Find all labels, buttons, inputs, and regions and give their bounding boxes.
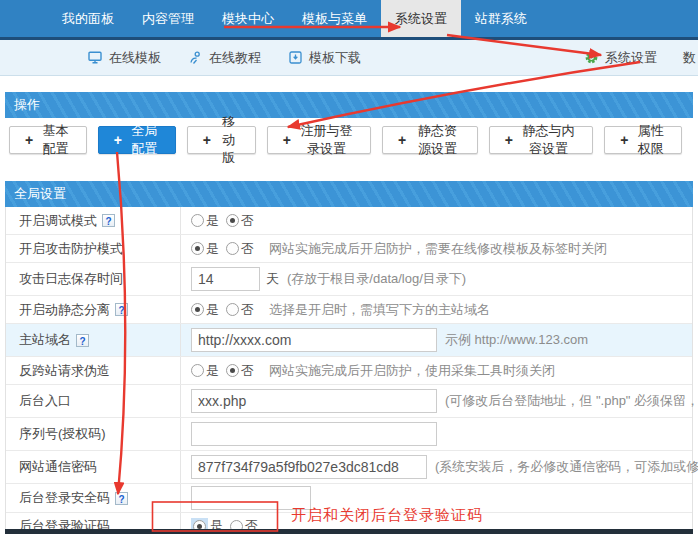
row-label-cell: 反跨站请求伪造 bbox=[6, 357, 181, 384]
static_separation-radio-yes[interactable] bbox=[191, 303, 204, 316]
plus-icon: + bbox=[114, 132, 122, 148]
debug_mode-radio-yes[interactable] bbox=[191, 214, 204, 227]
static-content-settings-button[interactable]: +静态与内容设置 bbox=[489, 126, 593, 154]
help-icon[interactable] bbox=[76, 334, 89, 347]
row-login_safecode: 后台登录安全码 bbox=[6, 484, 692, 513]
static-resource-settings-button[interactable]: +静态资源设置 bbox=[382, 126, 478, 154]
row-attack_log_days: 攻击日志保存时间天(存放于根目录/data/log/目录下) bbox=[6, 263, 692, 296]
attack_protection-radio-yes-label: 是 bbox=[206, 240, 219, 258]
row-note: (可修改后台登陆地址，但 ".php" 必须保留，如：xxx.php ) bbox=[445, 392, 698, 410]
nav-tab-4[interactable]: 系统设置 bbox=[381, 0, 461, 37]
actions-panel: 操作 +基本配置+全局配置+移动版+注册与登录设置+静态资源设置+静态与内容设置… bbox=[5, 92, 693, 166]
debug_mode-radio-no-label: 否 bbox=[241, 212, 254, 230]
row-label: 序列号(授权码) bbox=[19, 425, 106, 443]
row-content-cell bbox=[181, 486, 692, 510]
row-label-cell: 序列号(授权码) bbox=[6, 418, 181, 450]
plus-icon: + bbox=[283, 132, 291, 148]
row-label: 后台登录安全码 bbox=[19, 489, 110, 507]
basic-config-button[interactable]: +基本配置 bbox=[9, 126, 87, 154]
global-config-button[interactable]: +全局配置 bbox=[98, 126, 176, 154]
row-label: 开启动静态分离 bbox=[19, 301, 110, 319]
register-login-settings-button[interactable]: +注册与登录设置 bbox=[267, 126, 371, 154]
toolbar-right-item-label: 系统设置 bbox=[605, 49, 657, 67]
help-icon[interactable] bbox=[102, 214, 115, 227]
row-debug_mode: 开启调试模式是否 bbox=[6, 207, 692, 235]
row-label-cell: 攻击日志保存时间 bbox=[6, 263, 181, 295]
button-label: 静态与内容设置 bbox=[520, 122, 577, 158]
global-settings-panel: 全局设置 开启调试模式是否开启攻击防护模式是否网站实施完成后开启防护，需要在线修… bbox=[5, 181, 693, 534]
debug_mode-radio-yes-label: 是 bbox=[206, 212, 219, 230]
button-label: 注册与登录设置 bbox=[298, 122, 355, 158]
toolbar-item-1[interactable]: 在线教程 bbox=[189, 49, 261, 67]
plus-icon: + bbox=[620, 132, 628, 148]
actions-panel-title: 操作 bbox=[5, 92, 693, 118]
sub-toolbar: 在线模板 在线教程 模板下载 系统设置数 bbox=[0, 40, 698, 76]
toolbar-item-0[interactable]: 在线模板 bbox=[88, 49, 161, 67]
attack_log_days-input[interactable] bbox=[191, 267, 260, 291]
row-label-cell: 后台登录安全码 bbox=[6, 484, 181, 512]
button-label: 属性权限 bbox=[635, 122, 666, 158]
main_domain-input[interactable] bbox=[191, 328, 437, 352]
comm_password-input[interactable] bbox=[191, 455, 427, 479]
toolbar-item-2[interactable]: 模板下载 bbox=[289, 49, 361, 67]
help-icon[interactable] bbox=[115, 303, 128, 316]
toolbar-right-item-1[interactable]: 数 bbox=[683, 49, 696, 67]
row-note: (系统安装后，务必修改通信密码，可添加或修改任意数字) bbox=[435, 458, 698, 476]
button-label: 基本配置 bbox=[40, 122, 71, 158]
anti_csrf-radio-yes-label: 是 bbox=[206, 362, 219, 380]
row-label-cell: 开启攻击防护模式 bbox=[6, 235, 181, 262]
row-label-cell: 后台入口 bbox=[6, 385, 181, 417]
static_separation-radio-yes-label: 是 bbox=[206, 301, 219, 319]
row-admin_entry: 后台入口(可修改后台登陆地址，但 ".php" 必须保留，如：xxx.php ) bbox=[6, 385, 692, 418]
input-suffix: 天 bbox=[266, 270, 279, 288]
row-label: 攻击日志保存时间 bbox=[19, 270, 123, 288]
row-label-cell: 开启调试模式 bbox=[6, 207, 181, 234]
anti_csrf-radio-yes[interactable] bbox=[191, 364, 204, 377]
row-label: 主站域名 bbox=[19, 331, 71, 349]
debug_mode-radio-no[interactable] bbox=[226, 214, 239, 227]
row-content-cell: 是否网站实施完成后开启防护，使用采集工具时须关闭 bbox=[181, 362, 692, 380]
attack_protection-radio-no[interactable] bbox=[226, 242, 239, 255]
anti_csrf-radio-no[interactable] bbox=[226, 364, 239, 377]
mobile-version-button[interactable]: +移动版 bbox=[187, 126, 256, 154]
toolbar-item-label: 在线教程 bbox=[209, 49, 261, 67]
nav-tab-3[interactable]: 模板与菜单 bbox=[288, 0, 381, 37]
toolbar-right-item-0[interactable]: 系统设置 bbox=[585, 49, 657, 67]
serial_number-input[interactable] bbox=[191, 422, 437, 446]
plus-icon: + bbox=[398, 132, 406, 148]
attribute-permissions-button[interactable]: +属性权限 bbox=[604, 126, 682, 154]
toolbar-right-item-label: 数 bbox=[683, 49, 696, 67]
row-label: 反跨站请求伪造 bbox=[19, 362, 110, 380]
button-label: 全局配置 bbox=[129, 122, 160, 158]
nav-tab-5[interactable]: 站群系统 bbox=[461, 0, 541, 37]
row-content-cell: 是否网站实施完成后开启防护，需要在线修改模板及标签时关闭 bbox=[181, 240, 692, 258]
nav-tab-2[interactable]: 模块中心 bbox=[208, 0, 288, 37]
row-label-cell: 主站域名 bbox=[6, 324, 181, 356]
help-icon[interactable] bbox=[115, 492, 128, 505]
admin-settings-page: 我的面板内容管理模块中心模板与菜单系统设置站群系统 在线模板 在线教程 模板下载… bbox=[0, 0, 698, 534]
row-label-cell: 网站通信密码 bbox=[6, 451, 181, 483]
gear-icon bbox=[585, 51, 598, 64]
row-label-cell: 开启动静态分离 bbox=[6, 296, 181, 323]
user-icon bbox=[189, 51, 202, 64]
footer-bar bbox=[5, 529, 693, 534]
toolbar-right-group: 系统设置数 bbox=[585, 49, 696, 67]
plus-icon: + bbox=[25, 132, 33, 148]
row-label: 开启调试模式 bbox=[19, 212, 97, 230]
anti_csrf-radio-no-label: 否 bbox=[241, 362, 254, 380]
row-note: (存放于根目录/data/log/目录下) bbox=[287, 270, 466, 288]
row-content-cell: 天(存放于根目录/data/log/目录下) bbox=[181, 267, 692, 291]
attack_protection-radio-yes[interactable] bbox=[191, 242, 204, 255]
top-navbar: 我的面板内容管理模块中心模板与菜单系统设置站群系统 bbox=[0, 0, 698, 40]
nav-tab-0[interactable]: 我的面板 bbox=[48, 0, 128, 37]
login_safecode-input[interactable] bbox=[191, 486, 311, 510]
row-note: 网站实施完成后开启防护，需要在线修改模板及标签时关闭 bbox=[269, 240, 607, 258]
nav-tab-1[interactable]: 内容管理 bbox=[128, 0, 208, 37]
row-label: 网站通信密码 bbox=[19, 458, 97, 476]
static_separation-radio-no[interactable] bbox=[226, 303, 239, 316]
admin_entry-input[interactable] bbox=[191, 389, 437, 413]
settings-rows: 开启调试模式是否开启攻击防护模式是否网站实施完成后开启防护，需要在线修改模板及标… bbox=[6, 207, 692, 534]
toolbar-item-label: 模板下载 bbox=[309, 49, 361, 67]
action-buttons-row: +基本配置+全局配置+移动版+注册与登录设置+静态资源设置+静态与内容设置+属性… bbox=[5, 118, 693, 166]
row-serial_number: 序列号(授权码) bbox=[6, 418, 692, 451]
